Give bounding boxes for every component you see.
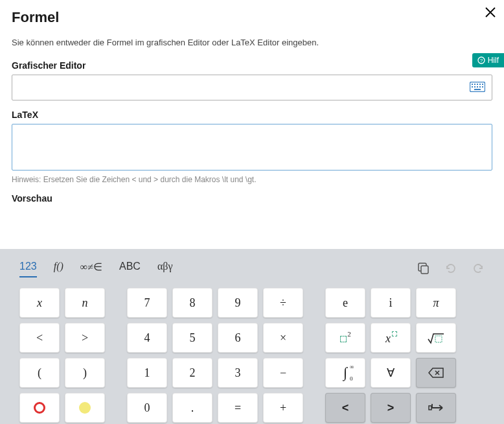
graphical-editor-label: Grafischer Editor xyxy=(12,60,492,71)
square-icon: 2 xyxy=(338,332,352,344)
key-enter[interactable] xyxy=(416,393,456,423)
keyboard-icon[interactable] xyxy=(470,82,485,94)
key-e[interactable]: e xyxy=(325,288,365,318)
close-icon xyxy=(485,6,496,18)
svg-rect-8 xyxy=(472,86,473,88)
tab-greek[interactable]: αβγ xyxy=(157,261,173,277)
svg-rect-9 xyxy=(474,86,475,88)
redo-icon xyxy=(472,262,485,275)
key-minus[interactable]: − xyxy=(263,358,303,388)
svg-rect-12 xyxy=(482,86,483,88)
svg-text:?: ? xyxy=(479,58,483,64)
svg-rect-4 xyxy=(474,84,475,85)
key-0[interactable]: 0 xyxy=(127,393,167,423)
key-highlight[interactable] xyxy=(65,393,105,423)
key-multiply[interactable]: × xyxy=(263,323,303,353)
copy-button[interactable] xyxy=(417,262,430,277)
key-gt[interactable]: > xyxy=(65,323,105,353)
svg-rect-5 xyxy=(477,84,478,85)
tab-123[interactable]: 123 xyxy=(19,261,37,277)
help-icon: ? xyxy=(477,56,485,64)
key-square[interactable]: 2 xyxy=(325,323,365,353)
help-label: Hilf xyxy=(488,56,499,65)
copy-icon xyxy=(417,262,430,275)
svg-rect-11 xyxy=(479,86,481,88)
key-9[interactable]: 9 xyxy=(218,288,258,318)
svg-rect-15 xyxy=(435,336,442,342)
power-icon: x xyxy=(384,332,398,344)
circle-red-icon xyxy=(34,402,45,414)
key-sqrt[interactable] xyxy=(416,323,456,353)
virtual-keyboard: 123 f() ∞≠∈ ABC αβγ x n < xyxy=(0,249,504,424)
key-8[interactable]: 8 xyxy=(172,288,212,318)
key-integral[interactable]: ∫0∞ xyxy=(325,358,365,388)
key-dot[interactable]: . xyxy=(172,393,212,423)
intro-text: Sie können entweder die Formel im grafis… xyxy=(12,38,492,47)
key-plus[interactable]: + xyxy=(263,393,303,423)
key-power[interactable]: x xyxy=(371,323,411,353)
close-button[interactable] xyxy=(485,5,496,22)
dialog-title: Formel xyxy=(12,9,492,26)
preview-label: Vorschau xyxy=(12,193,492,204)
tab-functions[interactable]: f() xyxy=(54,261,63,277)
key-forall[interactable]: ∀ xyxy=(371,358,411,388)
key-n[interactable]: n xyxy=(65,288,105,318)
keyboard-tabs: 123 f() ∞≠∈ ABC αβγ xyxy=(19,261,173,277)
key-2[interactable]: 2 xyxy=(172,358,212,388)
undo-button[interactable] xyxy=(444,262,457,277)
key-backspace[interactable] xyxy=(416,358,456,388)
backspace-icon xyxy=(428,367,444,379)
tab-symbols[interactable]: ∞≠∈ xyxy=(80,261,102,277)
svg-rect-6 xyxy=(479,84,481,85)
key-7[interactable]: 7 xyxy=(127,288,167,318)
key-group-numpad: 7 8 9 ÷ 4 5 6 × 1 2 3 − 0 . = + xyxy=(127,288,303,423)
key-i[interactable]: i xyxy=(371,288,411,318)
svg-rect-3 xyxy=(472,84,473,85)
key-left[interactable]: < xyxy=(325,393,365,423)
tab-abc[interactable]: ABC xyxy=(119,261,141,277)
key-pi[interactable]: π xyxy=(416,288,456,318)
latex-input[interactable] xyxy=(12,124,492,171)
svg-rect-13 xyxy=(474,89,481,90)
latex-label: LaTeX xyxy=(12,110,492,120)
key-4[interactable]: 4 xyxy=(127,323,167,353)
key-5[interactable]: 5 xyxy=(172,323,212,353)
svg-rect-10 xyxy=(477,86,478,88)
svg-rect-7 xyxy=(482,84,483,85)
key-right[interactable]: > xyxy=(371,393,411,423)
key-x[interactable]: x xyxy=(19,288,60,318)
key-lparen[interactable]: ( xyxy=(19,358,60,388)
integral-icon: ∫0∞ xyxy=(343,364,347,381)
key-group-math: e i π 2 x ∫0∞ ∀ xyxy=(325,288,456,423)
key-1[interactable]: 1 xyxy=(127,358,167,388)
svg-rect-16 xyxy=(429,406,431,410)
key-6[interactable]: 6 xyxy=(218,323,258,353)
redo-button[interactable] xyxy=(472,262,485,277)
circle-yellow-icon xyxy=(79,402,91,414)
key-divide[interactable]: ÷ xyxy=(263,288,303,318)
graphical-editor-input[interactable] xyxy=(12,75,492,100)
key-lt[interactable]: < xyxy=(19,323,60,353)
enter-icon xyxy=(428,402,444,414)
undo-icon xyxy=(444,262,457,275)
sqrt-icon xyxy=(427,331,445,344)
key-group-vars: x n < > ( ) xyxy=(19,288,105,423)
key-equals[interactable]: = xyxy=(218,393,258,423)
latex-hint: Hinweis: Ersetzen Sie die Zeichen < und … xyxy=(12,175,492,184)
help-button[interactable]: ? Hilf xyxy=(472,53,504,67)
key-record[interactable] xyxy=(19,393,60,423)
key-rparen[interactable]: ) xyxy=(65,358,105,388)
svg-rect-14 xyxy=(421,266,428,274)
key-3[interactable]: 3 xyxy=(218,358,258,388)
